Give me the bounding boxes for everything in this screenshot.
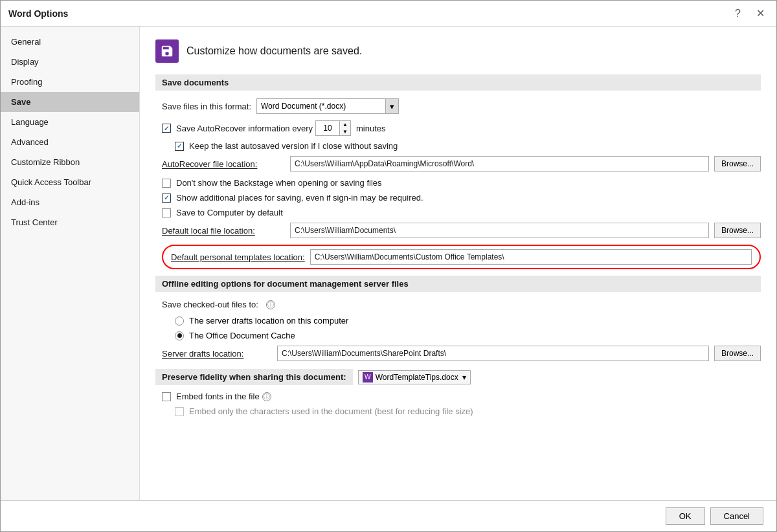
info-icon-2[interactable]: ⓘ (262, 392, 271, 401)
autorecover-spinner[interactable]: ▲ ▼ (315, 120, 351, 136)
show-additional-checkbox[interactable] (162, 194, 171, 203)
sidebar-item-save[interactable]: Save (1, 92, 139, 112)
server-drafts-row: Server drafts location: Browse... (155, 346, 761, 361)
dialog-footer: OK Cancel (1, 500, 776, 531)
sidebar-item-quick-access[interactable]: Quick Access Toolbar (1, 172, 139, 192)
radio-server-drafts[interactable] (175, 316, 184, 326)
save-to-computer-checkbox[interactable] (162, 208, 171, 217)
dont-show-backstage-label: Don't show the Backstage when opening or… (176, 178, 382, 188)
doc-dropdown-arrow[interactable]: ▾ (462, 373, 466, 382)
dialog-title: Word Options (8, 8, 68, 19)
save-to-computer-label: Save to Computer by default (176, 208, 283, 217)
show-additional-row: Show additional places for saving, even … (155, 193, 761, 203)
autorecover-checkbox[interactable] (162, 124, 171, 133)
save-icon (155, 39, 179, 63)
dont-show-backstage-checkbox[interactable] (162, 179, 171, 188)
sidebar-item-add-ins[interactable]: Add-ins (1, 192, 139, 212)
embed-fonts-row: Embed fonts in the file ⓘ (155, 392, 761, 401)
default-local-label: Default local file location: (162, 226, 285, 236)
format-label: Save files in this format: (162, 102, 251, 111)
format-value: Word Document (*.docx) (257, 102, 385, 111)
show-additional-label: Show additional places for saving, even … (176, 193, 423, 203)
sidebar-item-proofing[interactable]: Proofing (1, 72, 139, 92)
save-checked-out-row: Save checked-out files to: ⓘ (155, 300, 761, 309)
default-personal-label: Default personal templates location: (171, 252, 305, 262)
info-icon-1[interactable]: ⓘ (266, 300, 275, 309)
embed-fonts-checkbox[interactable] (162, 392, 171, 401)
save-documents-header: Save documents (155, 74, 761, 91)
radio-office-cache-label: The Office Document Cache (189, 331, 295, 340)
dont-show-backstage-row: Don't show the Backstage when opening or… (155, 178, 761, 188)
keep-autosaved-row: Keep the last autosaved version if I clo… (155, 141, 761, 151)
embed-chars-checkbox[interactable] (175, 407, 184, 416)
autorecover-minutes-input[interactable] (316, 121, 339, 135)
main-content: Customize how documents are saved. Save … (140, 27, 776, 500)
offline-editing-header: Offline editing options for document man… (155, 276, 761, 292)
radio-office-cache-row[interactable]: The Office Document Cache (155, 331, 761, 340)
default-personal-container: Default personal templates location: (162, 245, 761, 269)
server-drafts-input[interactable] (277, 346, 709, 361)
embed-fonts-label: Embed fonts in the file (176, 392, 260, 401)
default-personal-highlight: Default personal templates location: (162, 245, 761, 269)
default-personal-input[interactable] (310, 249, 752, 265)
close-button[interactable]: ✕ (752, 6, 769, 21)
radio-server-drafts-label: The server drafts location on this compu… (189, 316, 348, 326)
save-to-computer-row: Save to Computer by default (155, 208, 761, 217)
browse-server-button[interactable]: Browse... (714, 346, 761, 361)
spinner-buttons: ▲ ▼ (339, 121, 350, 135)
radio-office-cache[interactable] (175, 331, 184, 340)
browse-local-button[interactable]: Browse... (714, 223, 761, 238)
doc-dropdown-icon: W (363, 372, 373, 382)
autorecover-row: Save AutoRecover information every ▲ ▼ m… (155, 120, 761, 136)
title-bar: Word Options ? ✕ (1, 1, 776, 27)
spinner-up[interactable]: ▲ (340, 121, 350, 128)
sidebar-item-language[interactable]: Language (1, 112, 139, 132)
keep-autosaved-checkbox[interactable] (175, 142, 184, 151)
word-options-dialog: Word Options ? ✕ General Display Proofin… (0, 0, 777, 532)
dialog-body: General Display Proofing Save Language A… (1, 27, 776, 500)
sidebar-item-trust-center[interactable]: Trust Center (1, 212, 139, 232)
autorecover-location-input[interactable] (290, 156, 709, 172)
keep-autosaved-label: Keep the last autosaved version if I clo… (189, 141, 398, 151)
spinner-down[interactable]: ▼ (340, 128, 350, 135)
default-local-row: Default local file location: Browse... (155, 223, 761, 238)
autorecover-location-label: AutoRecover file location: (162, 159, 285, 169)
radio-server-drafts-row[interactable]: The server drafts location on this compu… (155, 316, 761, 326)
sidebar-item-general[interactable]: General (1, 32, 139, 52)
default-local-input[interactable] (290, 223, 709, 238)
sidebar-item-customize-ribbon[interactable]: Customize Ribbon (1, 152, 139, 172)
format-dropdown-arrow[interactable]: ▾ (385, 99, 398, 113)
save-checked-out-label: Save checked-out files to: (162, 300, 258, 309)
sidebar-item-advanced[interactable]: Advanced (1, 132, 139, 152)
main-header-title: Customize how documents are saved. (186, 45, 362, 57)
sidebar: General Display Proofing Save Language A… (1, 27, 140, 500)
server-drafts-label: Server drafts location: (162, 349, 272, 359)
minutes-label: minutes (356, 124, 386, 133)
sidebar-item-display[interactable]: Display (1, 52, 139, 72)
ok-button[interactable]: OK (666, 507, 705, 525)
browse-autorecover-button[interactable]: Browse... (714, 156, 761, 172)
help-button[interactable]: ? (731, 6, 745, 21)
embed-chars-row: Embed only the characters used in the do… (155, 406, 761, 416)
title-bar-controls: ? ✕ (731, 6, 769, 21)
preserve-fidelity-label: Preserve fidelity when sharing this docu… (155, 369, 353, 385)
main-header: Customize how documents are saved. (155, 39, 761, 63)
autorecover-location-row: AutoRecover file location: Browse... (155, 156, 761, 172)
embed-chars-label: Embed only the characters used in the do… (189, 406, 473, 416)
format-row: Save files in this format: Word Document… (155, 98, 761, 114)
doc-dropdown[interactable]: W WordTemplateTips.docx ▾ (358, 370, 471, 384)
preserve-fidelity-section-header: Preserve fidelity when sharing this docu… (155, 369, 761, 385)
autorecover-label: Save AutoRecover information every (176, 124, 313, 133)
doc-name: WordTemplateTips.docx (376, 373, 458, 382)
cancel-button[interactable]: Cancel (710, 507, 763, 525)
